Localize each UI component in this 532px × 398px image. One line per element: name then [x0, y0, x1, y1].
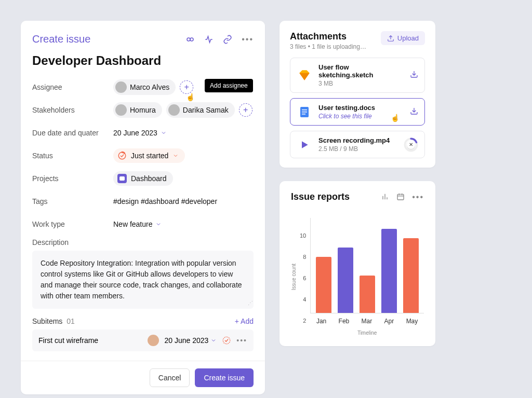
docs-file-icon — [297, 104, 312, 120]
upload-icon — [387, 35, 394, 42]
avatar-icon — [115, 81, 127, 93]
link-icon[interactable] — [223, 35, 232, 44]
upload-button[interactable]: Upload — [381, 31, 425, 45]
stakeholder-chip[interactable]: Homura — [113, 102, 162, 118]
description-label: Description — [32, 238, 254, 246]
attachment-row[interactable]: User flow sketching.sketch 3 MB — [290, 58, 425, 93]
assignee-chip[interactable]: Marco Alves — [113, 79, 176, 95]
assignee-label: Assignee — [32, 83, 113, 91]
x-axis-label: Timeline — [310, 330, 424, 336]
svg-rect-10 — [302, 112, 307, 113]
subitem-name: First cut wireframe — [38, 336, 142, 345]
x-tick: Apr — [384, 318, 394, 325]
chevron-down-icon — [155, 221, 162, 227]
issue-title[interactable]: Developer Dashboard — [32, 53, 254, 68]
attachment-row-uploading[interactable]: Screen recording.mp4 2.5 MB / 9 MB ✕ — [290, 131, 425, 158]
svg-point-0 — [187, 38, 190, 41]
bar[interactable] — [360, 276, 375, 313]
x-axis-ticks: JanFebMarAprMay — [310, 318, 424, 325]
resize-handle-icon[interactable]: ⋰ — [248, 299, 251, 307]
svg-marker-6 — [299, 73, 310, 80]
file-name: Screen recording.mp4 — [318, 136, 397, 144]
sketch-file-icon — [297, 67, 312, 83]
y-tick: 6 — [300, 275, 306, 281]
more-icon[interactable]: ••• — [236, 336, 247, 345]
x-tick: Feb — [339, 318, 350, 325]
status-label: Status — [32, 152, 113, 160]
subitem-row[interactable]: First cut wireframe 20 June 2023 ••• — [32, 330, 254, 351]
y-tick: 2 — [300, 318, 306, 324]
calendar-icon[interactable] — [396, 193, 405, 201]
watch-icon[interactable] — [185, 35, 195, 44]
video-file-icon — [297, 137, 312, 153]
add-assignee-button[interactable]: + ☝️ — [180, 80, 193, 94]
svg-rect-9 — [302, 109, 307, 111]
description-textarea[interactable]: Code Repository Integration: Integration… — [32, 251, 254, 309]
activity-icon[interactable] — [204, 35, 214, 44]
create-issue-card: Create issue ••• Developer Dashboard Add… — [21, 21, 265, 394]
issue-reports-card: Issue reports ••• Issue count 108642 Jan… — [280, 181, 435, 346]
project-icon — [117, 174, 127, 183]
subitems-count: 01 — [66, 317, 75, 325]
subitems-label: Subitems — [32, 317, 62, 325]
bar-chart-icon[interactable] — [381, 193, 389, 201]
attachments-subtitle: 3 files • 1 file is uploading… — [290, 43, 366, 50]
projects-label: Projects — [32, 174, 113, 183]
bar[interactable] — [316, 257, 331, 313]
pointer-cursor-icon: ☝️ — [186, 93, 195, 101]
due-date-picker[interactable]: 20 June 2023 — [113, 129, 167, 137]
attachments-title: Attachments — [290, 31, 366, 42]
y-axis-ticks: 108642 — [300, 230, 306, 324]
download-icon[interactable] — [410, 107, 418, 117]
svg-point-1 — [190, 38, 193, 41]
create-issue-button[interactable]: Create issue — [195, 368, 254, 387]
bar[interactable] — [381, 229, 397, 313]
status-ring-icon[interactable] — [222, 336, 231, 345]
stakeholders-label: Stakeholders — [32, 106, 113, 114]
more-icon[interactable]: ••• — [412, 193, 424, 202]
avatar-icon — [115, 104, 127, 116]
cancel-upload-button[interactable]: ✕ — [407, 141, 415, 149]
bar[interactable] — [403, 238, 419, 313]
attachments-card: Attachments 3 files • 1 file is uploadin… — [280, 21, 435, 168]
chevron-down-icon — [161, 130, 167, 136]
chart-plot-area — [310, 218, 424, 313]
avatar-icon — [168, 104, 180, 116]
cancel-button[interactable]: Cancel — [150, 368, 190, 387]
chevron-down-icon — [172, 153, 179, 159]
status-ring-icon — [117, 151, 127, 160]
y-tick: 4 — [300, 296, 306, 303]
stakeholder-chip[interactable]: Darika Samak — [166, 102, 235, 118]
due-date-label: Due date and quater — [32, 129, 113, 137]
tags-value[interactable]: #design #dashboard #developer — [113, 197, 217, 205]
file-hint: Click to see this file — [318, 113, 404, 120]
add-stakeholder-button[interactable]: + — [239, 103, 252, 117]
chart-body: Issue count 108642 JanFebMarAprMay Timel… — [291, 218, 424, 336]
y-tick: 10 — [300, 232, 306, 239]
svg-marker-13 — [302, 141, 308, 148]
assignee-name: Marco Alves — [130, 83, 169, 91]
chart-title: Issue reports — [291, 191, 350, 202]
x-tick: Jan — [316, 318, 326, 325]
file-name: User testing.docs — [318, 104, 404, 112]
worktype-select[interactable]: New feature — [113, 220, 162, 228]
svg-rect-18 — [397, 194, 404, 200]
svg-rect-11 — [302, 114, 305, 115]
status-select[interactable]: Just started — [113, 148, 185, 163]
svg-point-3 — [223, 337, 231, 344]
bar[interactable] — [338, 248, 353, 313]
file-name: User flow sketching.sketch — [318, 63, 404, 79]
download-icon[interactable] — [410, 70, 418, 80]
add-assignee-tooltip: Add assignee — [205, 79, 253, 92]
project-chip[interactable]: Dashboard — [113, 171, 173, 186]
file-progress: 2.5 MB / 9 MB — [318, 145, 397, 153]
x-tick: May — [406, 318, 418, 325]
subitem-date-picker[interactable]: 20 June 2023 — [164, 336, 217, 345]
chevron-down-icon — [210, 337, 217, 344]
panel-title: Create issue — [32, 33, 90, 45]
x-tick: Mar — [362, 318, 373, 325]
attachment-row[interactable]: User testing.docs Click to see this file… — [290, 98, 425, 126]
more-icon[interactable]: ••• — [242, 35, 254, 44]
y-tick: 8 — [300, 254, 306, 260]
add-subitem-button[interactable]: + Add — [235, 317, 254, 325]
